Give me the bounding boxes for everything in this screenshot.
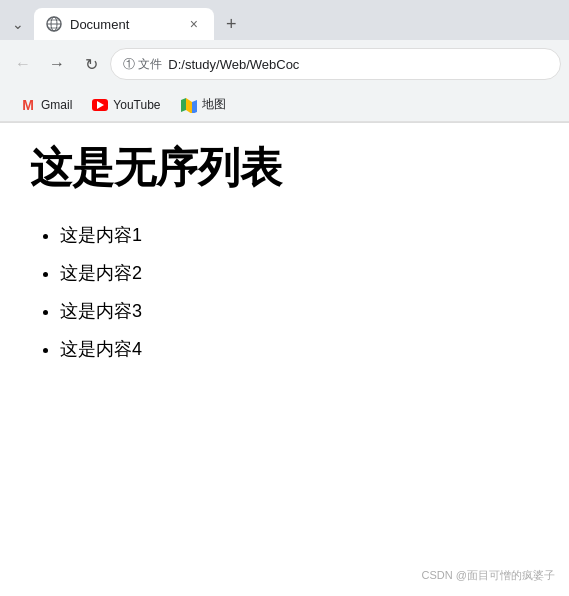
youtube-logo bbox=[92, 99, 108, 111]
bookmark-youtube[interactable]: YouTube bbox=[84, 94, 168, 116]
forward-icon: → bbox=[49, 55, 65, 73]
watermark-text: CSDN @面目可憎的疯婆子 bbox=[422, 568, 555, 583]
bookmark-maps[interactable]: 地图 bbox=[173, 93, 234, 116]
bookmarks-bar: M Gmail YouTube bbox=[0, 88, 569, 122]
maps-icon bbox=[181, 97, 197, 113]
active-tab[interactable]: Document × bbox=[34, 8, 214, 40]
list-item: 这是内容1 bbox=[60, 217, 539, 253]
svg-marker-8 bbox=[192, 100, 197, 113]
forward-button[interactable]: → bbox=[42, 49, 72, 79]
list-item: 这是内容2 bbox=[60, 255, 539, 291]
list-item: 这是内容4 bbox=[60, 331, 539, 367]
page-heading: 这是无序列表 bbox=[30, 143, 539, 193]
bookmark-gmail[interactable]: M Gmail bbox=[12, 94, 80, 116]
reload-icon: ↻ bbox=[85, 55, 98, 74]
address-secure-indicator: ① 文件 bbox=[123, 56, 162, 73]
page-content: 这是无序列表 这是内容1 这是内容2 这是内容3 这是内容4 CSDN @面目可… bbox=[0, 123, 569, 596]
bookmark-gmail-label: Gmail bbox=[41, 98, 72, 112]
svg-marker-6 bbox=[181, 98, 186, 112]
gmail-m-letter: M bbox=[22, 97, 34, 113]
navigation-bar: ← → ↻ ① 文件 D:/study/Web/WebCoc bbox=[0, 40, 569, 88]
back-button[interactable]: ← bbox=[8, 49, 38, 79]
gmail-icon: M bbox=[20, 97, 36, 113]
maps-logo-svg bbox=[181, 97, 197, 113]
tab-close-button[interactable]: × bbox=[186, 14, 202, 34]
list-item: 这是内容3 bbox=[60, 293, 539, 329]
youtube-icon bbox=[92, 97, 108, 113]
tab-favicon-icon bbox=[46, 16, 62, 32]
youtube-play-triangle bbox=[97, 101, 104, 109]
browser-chrome: ⌄ Document × + ← → ↻ ① 文件 D:/stud bbox=[0, 0, 569, 123]
tab-title-text: Document bbox=[70, 17, 178, 32]
tab-dropdown-button[interactable]: ⌄ bbox=[8, 12, 28, 36]
tab-bar: ⌄ Document × + bbox=[0, 0, 569, 40]
back-icon: ← bbox=[15, 55, 31, 73]
reload-button[interactable]: ↻ bbox=[76, 49, 106, 79]
bookmark-maps-label: 地图 bbox=[202, 96, 226, 113]
new-tab-button[interactable]: + bbox=[218, 12, 245, 37]
address-bar[interactable]: ① 文件 D:/study/Web/WebCoc bbox=[110, 48, 561, 80]
bookmark-youtube-label: YouTube bbox=[113, 98, 160, 112]
address-url-text: D:/study/Web/WebCoc bbox=[168, 57, 299, 72]
unordered-list: 这是内容1 这是内容2 这是内容3 这是内容4 bbox=[30, 217, 539, 367]
svg-marker-7 bbox=[186, 98, 192, 113]
